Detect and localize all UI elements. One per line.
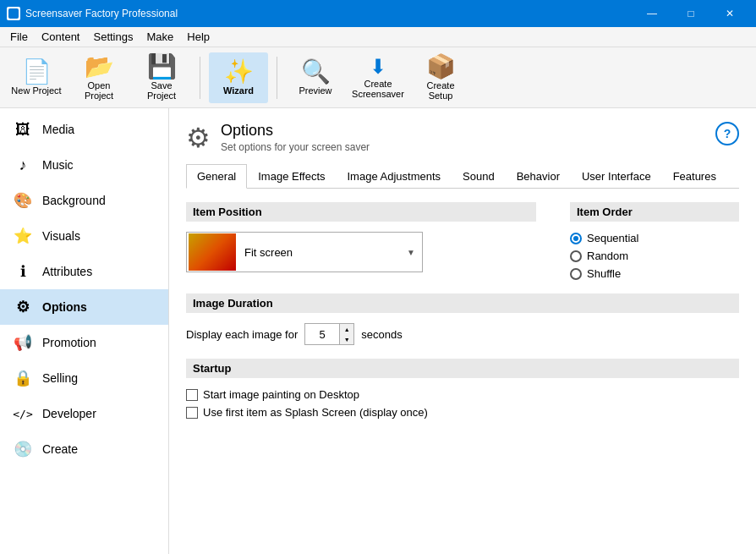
sidebar-item-developer[interactable]: </> Developer (0, 396, 168, 431)
toolbar: 📄 New Project 📂 Open Project 💾 Save Proj… (0, 47, 756, 108)
tab-image-effects[interactable]: Image Effects (247, 164, 336, 189)
options-icon: ⚙ (14, 298, 32, 316)
item-order-col: Item Order Sequential Random Shuffle (570, 202, 739, 280)
maximize-button[interactable]: □ (671, 0, 710, 27)
checkbox-splash-screen-label: Use first item as Splash Screen (display… (203, 406, 428, 419)
sidebar-create-label: Create (42, 442, 78, 456)
background-icon: 🎨 (14, 191, 32, 210)
options-subtitle: Set options for your screen saver (221, 141, 370, 153)
position-dropdown-arrow: ▼ (400, 248, 422, 257)
menu-bar: File Content Settings Make Help (0, 27, 756, 47)
checkbox-desktop-painting[interactable]: Start image painting on Desktop (186, 388, 739, 401)
startup-header: Startup (186, 359, 739, 378)
save-project-button[interactable]: 💾 Save Project (132, 52, 191, 103)
duration-row: Display each image for 5 ▲ ▼ seconds (186, 323, 739, 345)
new-project-button[interactable]: 📄 New Project (7, 52, 66, 103)
create-setup-icon: 📦 (426, 55, 456, 79)
radio-random-label: Random (587, 250, 628, 262)
menu-make[interactable]: Make (140, 29, 180, 45)
create-icon: 💿 (14, 440, 32, 458)
spinner-up[interactable]: ▲ (340, 324, 353, 334)
svg-rect-0 (8, 8, 19, 19)
duration-input[interactable]: 5 (305, 324, 339, 344)
sidebar-item-promotion[interactable]: 📢 Promotion (0, 325, 168, 360)
title-bar: Screensaver Factory Professional — □ ✕ (0, 0, 756, 27)
sidebar-media-label: Media (42, 123, 74, 136)
save-project-icon: 💾 (147, 55, 177, 79)
radio-sequential[interactable]: Sequential (570, 232, 739, 244)
sidebar-developer-label: Developer (42, 407, 96, 420)
save-project-label: Save Project (135, 80, 188, 101)
wizard-label: Wizard (223, 85, 254, 96)
spinner-buttons: ▲ ▼ (339, 324, 353, 344)
sidebar: 🖼 Media ♪ Music 🎨 Background ⭐ Visuals ℹ… (0, 108, 169, 554)
options-gear-icon: ⚙ (186, 122, 211, 154)
tab-behavior[interactable]: Behavior (506, 164, 571, 189)
create-setup-label: Create Setup (414, 80, 467, 101)
duration-prefix: Display each image for (186, 328, 298, 341)
create-setup-button[interactable]: 📦 Create Setup (411, 52, 470, 103)
attributes-icon: ℹ (14, 262, 32, 281)
tab-sound[interactable]: Sound (452, 164, 506, 189)
sidebar-item-media[interactable]: 🖼 Media (0, 112, 168, 147)
tab-features[interactable]: Features (662, 164, 727, 189)
duration-spinner[interactable]: 5 ▲ ▼ (304, 323, 354, 345)
item-order-radio-group: Sequential Random Shuffle (570, 232, 739, 280)
sidebar-item-music[interactable]: ♪ Music (0, 147, 168, 183)
help-button[interactable]: ? (715, 122, 739, 145)
open-project-button[interactable]: 📂 Open Project (69, 52, 129, 103)
sidebar-item-options[interactable]: ⚙ Options (0, 289, 168, 325)
content-area: ⚙ Options Set options for your screen sa… (169, 108, 756, 554)
options-header: ⚙ Options Set options for your screen sa… (186, 122, 739, 154)
minimize-button[interactable]: — (633, 0, 671, 27)
open-project-icon: 📂 (85, 55, 114, 79)
item-order-header: Item Order (570, 202, 739, 222)
sidebar-item-attributes[interactable]: ℹ Attributes (0, 254, 168, 289)
sidebar-item-selling[interactable]: 🔒 Selling (0, 360, 168, 396)
sidebar-item-background[interactable]: 🎨 Background (0, 183, 168, 218)
position-dropdown[interactable]: Fit screen ▼ (186, 232, 423, 272)
sidebar-music-label: Music (42, 158, 74, 172)
tab-user-interface[interactable]: User Interface (571, 164, 662, 189)
item-position-col: Item Position Fit screen ▼ (186, 202, 536, 280)
menu-help[interactable]: Help (180, 29, 216, 45)
radio-shuffle-label: Shuffle (587, 267, 621, 280)
visuals-icon: ⭐ (14, 227, 32, 245)
selling-icon: 🔒 (14, 369, 32, 387)
toolbar-sep-1 (200, 57, 200, 99)
sidebar-item-create[interactable]: 💿 Create (0, 431, 168, 467)
music-icon: ♪ (14, 156, 32, 174)
spinner-down[interactable]: ▼ (340, 334, 353, 344)
menu-settings[interactable]: Settings (87, 29, 140, 45)
checkbox-desktop-painting-box (186, 389, 198, 401)
checkbox-splash-screen[interactable]: Use first item as Splash Screen (display… (186, 406, 739, 419)
options-header-text: Options Set options for your screen save… (221, 122, 370, 153)
create-screensaver-button[interactable]: ⬇ Create Screensaver (348, 52, 408, 103)
item-position-header: Item Position (186, 202, 536, 222)
tab-general[interactable]: General (186, 164, 247, 189)
sidebar-promotion-label: Promotion (42, 336, 96, 349)
radio-random[interactable]: Random (570, 250, 739, 262)
preview-icon: 🔍 (301, 60, 331, 84)
window-controls: — □ ✕ (633, 0, 749, 27)
media-icon: 🖼 (14, 120, 32, 139)
tab-image-adjustments[interactable]: Image Adjustments (337, 164, 452, 189)
checkbox-desktop-painting-label: Start image painting on Desktop (203, 388, 359, 401)
radio-sequential-indicator (570, 233, 582, 244)
wizard-button[interactable]: ✨ Wizard (209, 52, 268, 103)
developer-icon: </> (14, 404, 32, 423)
create-screensaver-icon: ⬇ (370, 57, 386, 77)
menu-content[interactable]: Content (35, 29, 87, 45)
wizard-icon: ✨ (224, 60, 254, 84)
preview-button[interactable]: 🔍 Preview (286, 52, 345, 103)
menu-file[interactable]: File (3, 29, 35, 45)
new-project-icon: 📄 (22, 60, 52, 84)
toolbar-sep-2 (277, 57, 277, 99)
radio-shuffle[interactable]: Shuffle (570, 267, 739, 280)
duration-suffix: seconds (361, 328, 402, 341)
sidebar-item-visuals[interactable]: ⭐ Visuals (0, 218, 168, 254)
close-button[interactable]: ✕ (710, 0, 749, 27)
image-duration-section: Image Duration Display each image for 5 … (186, 293, 739, 345)
open-project-label: Open Project (73, 80, 125, 101)
radio-shuffle-indicator (570, 268, 582, 280)
